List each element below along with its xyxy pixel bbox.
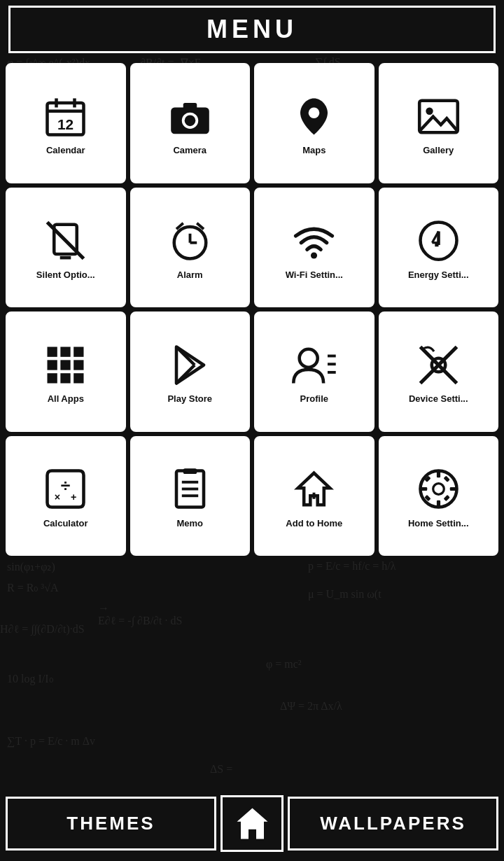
camera-icon (165, 92, 214, 141)
svg-point-20 (311, 253, 317, 259)
energy-label: Energy Setti... (408, 270, 469, 280)
grid-item-profile[interactable]: Profile (254, 312, 374, 432)
wifi-label: Wi-Fi Settin... (286, 270, 343, 280)
svg-rect-62 (443, 495, 449, 501)
grid-item-maps[interactable]: Maps (254, 63, 374, 183)
svg-point-56 (433, 484, 444, 495)
homesettings-icon (414, 465, 463, 514)
svg-point-37 (300, 349, 318, 368)
svg-rect-29 (61, 360, 71, 370)
svg-text:×: × (55, 491, 60, 503)
homesettings-label: Home Settin... (408, 518, 469, 528)
grid-item-addtohome[interactable]: Add to Home (254, 436, 374, 556)
grid-item-homesettings[interactable]: Home Settin... (379, 436, 499, 556)
svg-marker-65 (237, 808, 267, 839)
grid-item-camera[interactable]: Camera (130, 63, 251, 183)
svg-rect-25 (48, 346, 57, 356)
maps-label: Maps (302, 145, 326, 155)
svg-marker-52 (298, 473, 330, 505)
profile-label: Profile (300, 393, 328, 404)
svg-point-7 (184, 115, 195, 126)
alarm-icon (165, 216, 214, 265)
allapps-label: All Apps (48, 393, 84, 404)
allapps-icon (41, 340, 90, 389)
silent-icon (41, 216, 90, 265)
calendar-icon: 12 (41, 92, 90, 141)
wallpapers-button[interactable]: WALLPAPERS (288, 797, 498, 850)
app-grid: 12CalendarCameraMapsGallerySilent Optio.… (0, 59, 504, 560)
svg-rect-33 (74, 373, 83, 383)
silent-label: Silent Optio... (36, 270, 95, 280)
svg-text:12: 12 (57, 115, 74, 132)
calendar-label: Calendar (46, 145, 85, 155)
grid-item-allapps[interactable]: All Apps (6, 312, 126, 432)
alarm-label: Alarm (177, 270, 203, 280)
svg-point-11 (426, 107, 433, 114)
memo-icon (165, 465, 214, 514)
devicesettings-icon (414, 340, 463, 389)
svg-rect-58 (437, 500, 440, 507)
grid-item-devicesettings[interactable]: Device Setti... (379, 312, 499, 432)
themes-button[interactable]: THEMES (6, 797, 216, 850)
playstore-label: Play Store (167, 393, 212, 404)
devicesettings-label: Device Setti... (409, 393, 468, 404)
home-icon (233, 804, 272, 843)
svg-rect-10 (419, 101, 458, 133)
bottom-bar: THEMES WALLPAPERS (0, 791, 504, 861)
calculator-icon: ÷×+ (41, 465, 90, 514)
wifi-icon (290, 216, 339, 265)
grid-item-playstore[interactable]: Play Store (130, 312, 251, 432)
svg-rect-26 (61, 346, 71, 356)
header: MENU (8, 6, 496, 53)
svg-rect-8 (183, 103, 197, 109)
svg-rect-60 (450, 487, 457, 491)
grid-item-silent[interactable]: Silent Optio... (6, 188, 126, 308)
gallery-label: Gallery (423, 145, 454, 155)
memo-label: Memo (176, 518, 203, 528)
svg-text:÷: ÷ (61, 476, 71, 495)
maps-icon (290, 92, 339, 141)
svg-rect-27 (74, 346, 83, 356)
grid-item-alarm[interactable]: Alarm (130, 188, 251, 308)
svg-rect-32 (61, 373, 71, 383)
playstore-icon (165, 340, 214, 389)
addtohome-icon (290, 465, 339, 514)
gallery-icon (414, 92, 463, 141)
svg-rect-51 (183, 469, 197, 475)
energy-icon (414, 216, 463, 265)
svg-rect-59 (420, 487, 427, 491)
grid-item-energy[interactable]: Energy Setti... (379, 188, 499, 308)
grid-item-memo[interactable]: Memo (130, 436, 251, 556)
grid-item-wifi[interactable]: Wi-Fi Settin... (254, 188, 374, 308)
svg-rect-57 (437, 471, 440, 478)
home-button[interactable] (220, 795, 284, 852)
calculator-label: Calculator (43, 518, 88, 528)
svg-point-9 (309, 107, 320, 118)
camera-label: Camera (173, 145, 206, 155)
svg-rect-63 (443, 476, 449, 482)
grid-item-calculator[interactable]: ÷×+Calculator (6, 436, 126, 556)
svg-rect-30 (74, 360, 83, 370)
grid-item-calendar[interactable]: 12Calendar (6, 63, 126, 183)
page-title: MENU (206, 15, 298, 43)
grid-item-gallery[interactable]: Gallery (379, 63, 499, 183)
addtohome-label: Add to Home (286, 518, 342, 528)
svg-rect-28 (48, 360, 57, 370)
profile-icon (290, 340, 339, 389)
svg-text:+: + (71, 491, 76, 503)
svg-rect-31 (48, 373, 57, 383)
